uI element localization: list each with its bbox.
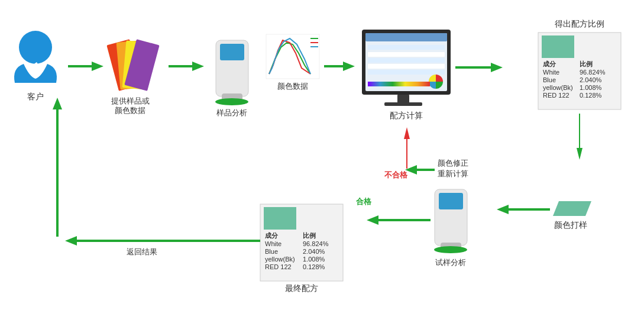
recipe-row3-name: yellow(Bk)	[543, 84, 573, 91]
monitor-colorwheel-outline	[429, 75, 443, 89]
arrow2	[169, 62, 204, 71]
recipe-row1-value: 96.824%	[580, 69, 606, 76]
monitor-row2	[368, 52, 445, 57]
monitor-colorwheel-yellow	[429, 75, 436, 82]
monitor-body	[362, 30, 451, 95]
trial-analysis-label: 试样分析	[435, 258, 466, 267]
proofing-swatch	[553, 201, 591, 216]
monitor-colorwheel-red	[436, 75, 443, 82]
final-row1-value: 96.824%	[303, 240, 329, 247]
color-fan-red	[106, 39, 141, 91]
person-tie-icon	[33, 62, 38, 76]
spectral-green-curve	[269, 43, 310, 74]
spectral-blue-curve	[269, 38, 310, 74]
final-row1-name: White	[265, 240, 281, 247]
monitor-row3	[368, 58, 445, 63]
sample-analysis-label: 样品分析	[216, 108, 247, 117]
monitor-screen	[365, 33, 447, 91]
final-row4-name: RED 122	[265, 263, 292, 270]
person-head-icon	[19, 31, 52, 64]
final-header-ratio: 比例	[303, 232, 316, 239]
color-data-label: 颜色数据	[115, 106, 145, 115]
arrow-up-left	[53, 98, 62, 237]
arrow-fail-up	[404, 127, 410, 169]
customer-label: 客户	[27, 92, 44, 101]
color-fan-purple	[124, 39, 159, 91]
monitor-row4	[368, 64, 445, 69]
final-recipe-swatch	[264, 207, 296, 230]
color-correction-label: 颜色修正	[438, 159, 468, 167]
monitor-stand-neck	[397, 95, 409, 104]
arrow3	[324, 62, 355, 71]
recipe-row2-name: Blue	[543, 76, 556, 83]
color-fan-orange	[116, 40, 144, 89]
final-row3-value: 1.008%	[303, 256, 325, 263]
spectral-chart-bg	[266, 34, 319, 79]
recipe-row3-value: 1.008%	[580, 84, 602, 91]
formula-calc-label: 配方计算	[390, 111, 423, 120]
recipe-card-bg	[538, 33, 621, 109]
arrow4	[455, 63, 503, 72]
color-proofing-label: 颜色打样	[554, 220, 587, 230]
monitor-colorwheel-green	[436, 82, 443, 89]
arrow-right-down	[577, 114, 582, 160]
workflow-container: 客户 提供样品或 颜色数据 样品分析	[0, 0, 644, 326]
monitor-spectrum-bar	[368, 82, 430, 86]
color-fan-yellow	[122, 40, 150, 89]
spectro-top-body	[216, 40, 248, 96]
person-body-icon	[14, 64, 57, 83]
spectro-bottom-screen	[439, 193, 463, 209]
return-result-label: 返回结果	[127, 247, 157, 256]
spectro-bottom-base	[434, 246, 467, 253]
monitor-colorwheel-blue	[429, 82, 436, 89]
recipe-row4-name: RED 122	[543, 92, 569, 99]
final-recipe-label: 最终配方	[285, 283, 318, 293]
recalculate-label: 重新计算	[438, 169, 468, 178]
monitor-titlebar	[365, 33, 447, 41]
spectro-bottom-body	[435, 189, 467, 246]
spectro-top-screen	[220, 44, 244, 60]
spectro-bottom-tip	[441, 243, 461, 250]
provide-sample-label: 提供样品或	[111, 96, 150, 105]
monitor-row1	[368, 45, 445, 50]
arrow-proofing-to-trial	[497, 205, 550, 214]
arrow-correction-left	[405, 165, 435, 175]
arrow-return-result	[65, 236, 260, 246]
final-row3-name: yellow(Bk)	[265, 256, 295, 263]
monitor-row5	[368, 70, 445, 75]
final-recipe-card-bg	[260, 204, 343, 281]
recipe-header-component: 成分	[542, 60, 556, 67]
recipe-swatch	[542, 35, 574, 58]
spectro-top-base	[215, 98, 248, 105]
spectral-red-curve	[269, 40, 310, 74]
final-row4-value: 0.128%	[303, 263, 325, 270]
fail-label: 不合格	[384, 170, 408, 179]
recipe-title-label: 得出配方比例	[555, 19, 604, 28]
workflow-diagram: 客户 提供样品或 颜色数据 样品分析	[0, 0, 644, 326]
final-row2-value: 2.040%	[303, 248, 325, 255]
spectro-top-tip	[222, 93, 242, 101]
final-row2-name: Blue	[265, 248, 278, 255]
recipe-row4-value: 0.128%	[580, 92, 602, 99]
pass-label: 合格	[355, 197, 372, 206]
recipe-row1-name: White	[543, 69, 559, 76]
recipe-header-ratio: 比例	[580, 60, 593, 67]
spectral-data-label: 颜色数据	[277, 82, 308, 91]
arrow1	[68, 62, 103, 71]
arrow-trial-to-final	[367, 215, 431, 225]
recipe-row2-value: 2.040%	[580, 76, 602, 83]
final-header-component: 成分	[264, 232, 279, 239]
monitor-stand-base	[384, 102, 422, 106]
